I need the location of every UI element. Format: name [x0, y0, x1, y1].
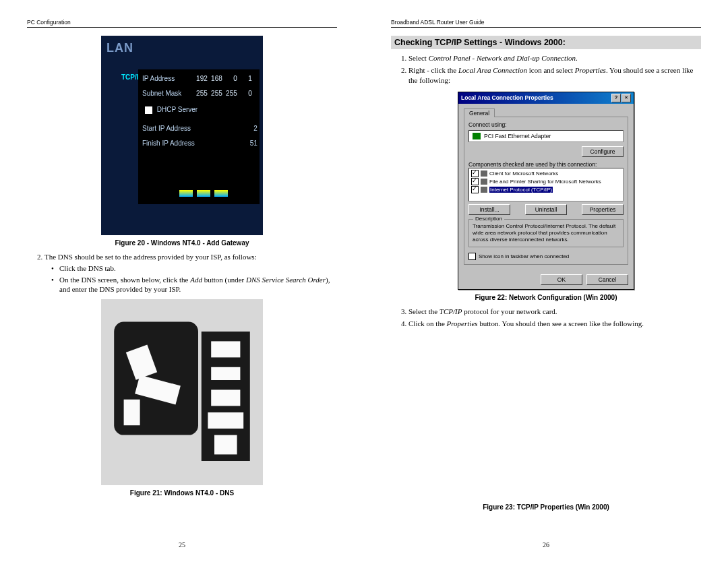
figure-21-caption: Figure 21: Windows NT4.0 - DNS — [27, 489, 337, 497]
svg-rect-6 — [211, 342, 240, 358]
lan-start-row: Start IP Address 2 — [142, 125, 264, 132]
step-2r: Right - click the Local Area Connection … — [408, 65, 701, 85]
bullet-dns-tab: Click the DNS tab. — [59, 263, 337, 273]
figure-22-caption: Figure 22: Network Configuration (Win 20… — [391, 294, 701, 301]
step-4: Click on the Properties button. You shou… — [408, 319, 701, 328]
figure-20-caption: Figure 20 - Windows NT4.0 - Add Gateway — [27, 239, 337, 247]
ok-button[interactable]: OK — [541, 274, 582, 285]
right-steps-3-4: Select the TCP/IP protocol for your netw… — [391, 307, 701, 329]
svg-rect-9 — [208, 412, 243, 429]
uninstall-button[interactable]: Uninstall — [525, 204, 567, 215]
connect-using-label: Connect using: — [468, 121, 624, 128]
lan-dhcp-row: DHCP Server — [145, 106, 266, 114]
components-listbox[interactable]: Client for Microsoft Networks File and P… — [468, 168, 624, 201]
lan-mask-row: Subnet Mask 2552552550 — [142, 90, 264, 97]
description-text: Transmission Control Protocol/Internet P… — [473, 223, 619, 243]
right-steps-1-2: Select Control Panel - Network and Dial-… — [391, 53, 701, 85]
bullet-add-dns: On the DNS screen, shown below, click th… — [59, 275, 337, 294]
header-left: PC Configuration — [27, 19, 337, 28]
page-25: PC Configuration LAN TCP/IP IP Address 1… — [0, 0, 364, 562]
cancel-button[interactable]: Cancel — [586, 274, 628, 285]
header-right: Broadband ADSL Router User Guide — [391, 19, 701, 28]
win2000-dialog: Local Area Connection Properties ? × Gen… — [458, 92, 634, 290]
svg-rect-8 — [211, 390, 240, 406]
figure-20-image: LAN TCP/IP IP Address 19216801 Subnet Ma… — [101, 36, 263, 235]
svg-rect-7 — [211, 367, 240, 380]
install-button[interactable]: Install... — [468, 204, 510, 215]
svg-rect-5 — [124, 400, 140, 425]
list-item[interactable]: Client for Microsoft Networks — [471, 170, 621, 177]
close-icon[interactable]: × — [621, 94, 631, 102]
dhcp-checkbox-icon — [145, 106, 152, 114]
lan-ip-row: IP Address 19216801 — [142, 75, 264, 82]
tab-general[interactable]: General — [464, 108, 495, 117]
step-2: The DNS should be set to the address pro… — [44, 252, 337, 294]
description-label: Description — [473, 216, 504, 222]
lan-panel: IP Address 19216801 Subnet Mask 25525525… — [138, 69, 260, 204]
left-steps: The DNS should be set to the address pro… — [27, 252, 337, 294]
page-number-25: 25 — [0, 541, 364, 549]
configure-button[interactable]: Configure — [582, 146, 624, 157]
lan-buttons — [179, 189, 231, 199]
dialog-title: Local Area Connection Properties — [461, 94, 553, 101]
checkbox-icon[interactable] — [471, 186, 479, 193]
properties-button[interactable]: Properties — [582, 204, 624, 215]
service-icon — [481, 179, 487, 185]
list-item[interactable]: File and Printer Sharing for Microsoft N… — [471, 178, 621, 185]
adapter-name: PCI Fast Ethernet Adapter — [484, 133, 551, 139]
components-label: Components checked are used by this conn… — [468, 161, 624, 168]
show-icon-checkbox[interactable] — [468, 253, 476, 260]
page-26: Broadband ADSL Router User Guide Checkin… — [364, 0, 728, 562]
protocol-icon — [481, 187, 487, 193]
svg-rect-10 — [214, 435, 237, 455]
client-icon — [481, 170, 487, 177]
checkbox-icon[interactable] — [471, 178, 479, 185]
help-icon[interactable]: ? — [611, 94, 621, 102]
lan-title: LAN — [107, 41, 133, 55]
step-3: Select the TCP/IP protocol for your netw… — [408, 307, 701, 316]
step-1: Select Control Panel - Network and Dial-… — [408, 53, 701, 63]
list-item-selected[interactable]: Internet Protocol (TCP/IP) — [471, 186, 621, 193]
checkbox-icon[interactable] — [471, 170, 479, 177]
pixel-art-icon — [101, 299, 263, 485]
adapter-field: PCI Fast Ethernet Adapter — [468, 130, 624, 142]
lan-finish-row: Finish IP Address 51 — [142, 139, 264, 147]
dialog-titlebar: Local Area Connection Properties ? × — [458, 92, 634, 104]
page-number-26: 26 — [364, 541, 728, 549]
section-heading: Checking TCP/IP Settings - Windows 2000: — [391, 36, 701, 49]
figure-23-caption: Figure 23: TCP/IP Properties (Win 2000) — [391, 503, 701, 511]
description-group: Description Transmission Control Protoco… — [468, 219, 624, 247]
figure-21-image — [101, 299, 263, 485]
show-icon-row: Show icon in taskbar when connected — [468, 253, 624, 260]
nic-icon — [473, 133, 481, 139]
